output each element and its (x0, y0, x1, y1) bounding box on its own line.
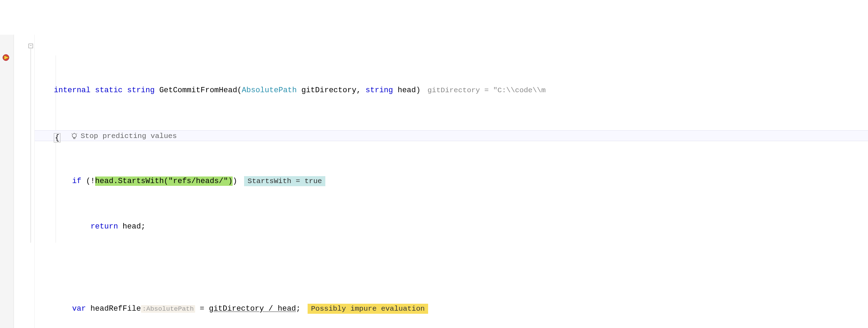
impure-expr: gitDirectory / head (209, 304, 296, 313)
svg-line-4 (72, 133, 72, 134)
if-close: ) (233, 177, 237, 185)
param2-type: string (366, 86, 393, 95)
fold-gutter[interactable]: − (14, 35, 35, 328)
lightbulb-icon[interactable] (71, 133, 78, 140)
debug-highlight: head.StartsWith("refs/heads/") (95, 176, 233, 186)
if-paren: (! (81, 177, 95, 185)
svg-point-1 (72, 133, 76, 138)
blank-line (35, 258, 868, 269)
debug-value-inline: gitDirectory = "C:\\code\\m (427, 86, 545, 94)
keyword-static: static (95, 86, 123, 95)
code-editor[interactable]: − internal static string GetCommitFromHe… (0, 35, 868, 328)
keyword-if: if (72, 177, 81, 185)
keyword-return: return (91, 222, 118, 231)
current-line[interactable]: {Stop predicting values (35, 130, 868, 141)
code-content[interactable]: internal static string GetCommitFromHead… (35, 35, 868, 328)
param2-name: head (398, 86, 416, 95)
fold-toggle[interactable]: − (28, 44, 33, 48)
semi: ; (296, 304, 301, 313)
breakpoint-gutter[interactable] (0, 35, 14, 328)
method-name: GetCommitFromHead (159, 86, 237, 95)
debug-annotation-startswith: StartsWith = true (244, 176, 325, 186)
var-name: headRefFile (86, 304, 141, 313)
param1-name: gitDirectory (301, 86, 356, 95)
warning-annotation: Possibly impure evaluation (308, 304, 428, 314)
svg-rect-2 (74, 138, 75, 139)
code-line[interactable]: if (!head.StartsWith("refs/heads/"))Star… (35, 176, 868, 187)
keyword-var: var (72, 304, 86, 313)
open-brace: { (54, 133, 60, 143)
param1-type: AbsolutePath (242, 86, 297, 95)
keyword-internal: internal (54, 86, 91, 95)
type-hint: :AbsolutePath (141, 305, 195, 313)
fold-guide (31, 49, 31, 243)
keyword-string: string (127, 86, 155, 95)
execution-pointer-icon[interactable] (2, 54, 12, 61)
assign: = (195, 304, 209, 313)
return-expr: head; (118, 222, 145, 231)
code-line[interactable]: return head; (35, 221, 868, 232)
svg-line-5 (76, 133, 77, 134)
stop-predicting-hint[interactable]: Stop predicting values (81, 131, 177, 141)
indent-guide (56, 55, 56, 243)
method-signature-line[interactable]: internal static string GetCommitFromHead… (35, 85, 868, 96)
code-line[interactable]: var headRefFile:AbsolutePath = gitDirect… (35, 303, 868, 314)
